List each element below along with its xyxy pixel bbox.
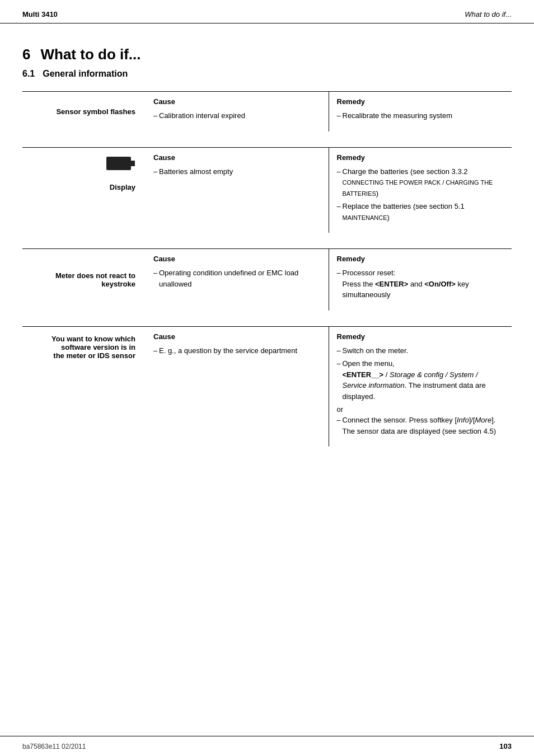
battery-icon-container — [106, 156, 135, 173]
display-text: Display — [110, 183, 135, 191]
display-remedy-item-2: Replace the batteries (see section 5.1 M… — [337, 201, 504, 223]
block-software-version: You want to know which software version … — [22, 326, 512, 447]
display-label-area: Display — [22, 148, 146, 233]
meter-cause-col: Cause Operating condition undefined or E… — [146, 249, 329, 311]
software-label-line2: software version is in — [61, 343, 135, 351]
software-cause-col: Cause E. g., a question by the service d… — [146, 327, 329, 447]
software-label-line1: You want to know which — [51, 335, 135, 343]
meter-remedy-header: Remedy — [337, 255, 504, 263]
or-separator: or — [337, 405, 504, 414]
display-cause-header: Cause — [153, 153, 321, 162]
software-remedy-col: Remedy Switch on the meter. Open the men… — [329, 327, 512, 447]
software-remedy-item-1: Switch on the meter. — [337, 345, 504, 356]
sensor-cause-remedy: Cause Calibration interval expired Remed… — [146, 92, 512, 132]
block-display: Display Cause Batteries almost empty Rem… — [22, 147, 512, 233]
software-cause-header: Cause — [153, 332, 321, 341]
block-meter-border: Meter does not react to keystroke Cause … — [22, 248, 512, 311]
subsection-heading: General information — [43, 69, 128, 78]
footer-page-number: 103 — [499, 742, 512, 750]
meter-label-line1: Meter does not react to — [55, 271, 135, 280]
meter-cause-item-1: Operating condition undefined or EMC loa… — [153, 267, 321, 289]
meter-cause-remedy: Cause Operating condition undefined or E… — [146, 249, 512, 311]
info-key: Info — [457, 416, 469, 424]
software-remedy-header: Remedy — [337, 332, 504, 341]
block-software-border: You want to know which software version … — [22, 326, 512, 447]
sensor-cause-item-1: Calibration interval expired — [153, 110, 321, 121]
display-remedy-item-1: Charge the batteries (see section 3.3.2 … — [337, 166, 504, 199]
software-remedy-item-2: Open the menu, <ENTER__> / Storage & con… — [337, 358, 504, 402]
block-meter-no-react: Meter does not react to keystroke Cause … — [22, 248, 512, 311]
display-remedy-caps-2: Maintenance — [343, 214, 387, 221]
sensor-remedy-col: Remedy Recalibrate the measuring system — [329, 92, 512, 132]
main-content: 6What to do if... 6.1General information… — [0, 24, 534, 479]
display-cause-remedy: Cause Batteries almost empty Remedy Char… — [146, 148, 512, 233]
block-sensor-border: Sensor symbol flashes Cause Calibration … — [22, 91, 512, 132]
svg-rect-1 — [131, 161, 135, 166]
display-remedy-header: Remedy — [337, 153, 504, 162]
display-remedy-caps-1: Connecting the power pack / charging the… — [343, 179, 493, 197]
meter-remedy-item-1: Processor reset: Press the <ENTER> and <… — [337, 267, 504, 300]
section-number: 6 — [22, 46, 30, 63]
software-label-line3: the meter or IDS sensor — [53, 351, 135, 360]
enter-key: <ENTER> — [375, 280, 408, 288]
page-header: Multi 3410 What to do if... — [0, 0, 534, 24]
battery-icon — [106, 156, 135, 171]
software-remedy-item-3: Connect the sensor. Press softkey [Info]… — [337, 415, 504, 436]
sensor-remedy-item-1: Recalibrate the measuring system — [337, 110, 504, 121]
svg-rect-0 — [106, 157, 131, 170]
block-display-border: Display Cause Batteries almost empty Rem… — [22, 147, 512, 233]
meter-label-line2: keystroke — [101, 280, 135, 288]
sensor-cause-col: Cause Calibration interval expired — [146, 92, 329, 132]
more-key: More — [475, 416, 492, 424]
display-remedy-col: Remedy Charge the batteries (see section… — [329, 148, 512, 233]
section-title: 6What to do if... — [22, 46, 512, 63]
meter-label-area: Meter does not react to keystroke — [22, 249, 146, 311]
page-footer: ba75863e11 02/2011 103 — [0, 736, 534, 756]
sensor-symbol-label: Sensor symbol flashes — [22, 92, 146, 132]
meter-remedy-col: Remedy Processor reset: Press the <ENTER… — [329, 249, 512, 311]
display-cause-col: Cause Batteries almost empty — [146, 148, 329, 233]
sensor-remedy-header: Remedy — [337, 97, 504, 106]
software-cause-item-1: E. g., a question by the service departm… — [153, 345, 321, 356]
software-label-area: You want to know which software version … — [22, 327, 146, 447]
header-product: Multi 3410 — [22, 10, 58, 18]
display-cause-item-1: Batteries almost empty — [153, 166, 321, 177]
sensor-symbol-text: Sensor symbol flashes — [56, 107, 135, 116]
subsection-title: 6.1General information — [22, 69, 512, 79]
meter-cause-header: Cause — [153, 255, 321, 263]
onoff-key: <On/Off> — [424, 280, 456, 288]
section-heading: What to do if... — [40, 46, 140, 63]
footer-doc-info: ba75863e11 02/2011 — [22, 743, 86, 750]
sensor-cause-header: Cause — [153, 97, 321, 106]
software-cause-remedy: Cause E. g., a question by the service d… — [146, 327, 512, 447]
header-section: What to do if... — [465, 10, 512, 18]
subsection-number: 6.1 — [22, 69, 35, 78]
page-container: Multi 3410 What to do if... 6What to do … — [0, 0, 534, 756]
block-sensor-symbol: Sensor symbol flashes Cause Calibration … — [22, 91, 512, 132]
enter-menu-key: <ENTER__> — [343, 370, 384, 379]
